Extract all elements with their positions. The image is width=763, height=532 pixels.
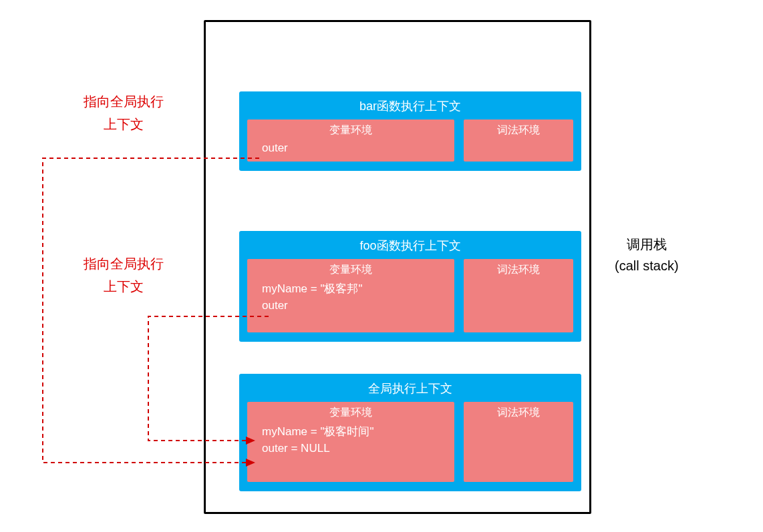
context-global: 全局执行上下文 变量环境 myName = "极客时间" outer = NUL… [239, 374, 581, 491]
bar-var-env-label: 变量环境 [247, 119, 454, 140]
context-global-title: 全局执行上下文 [239, 374, 581, 402]
annotation-top-line1: 指向全局执行 [84, 90, 164, 113]
global-lex-env-label: 词法环境 [464, 402, 573, 424]
call-stack-label: 调用栈 (call stack) [615, 234, 679, 276]
context-bar: bar函数执行上下文 变量环境 outer 词法环境 [239, 91, 581, 171]
bar-var-outer: outer [247, 140, 454, 156]
annotation-top: 指向全局执行 上下文 [84, 90, 164, 136]
foo-lex-env: 词法环境 [464, 259, 573, 332]
foo-var-env: 变量环境 myName = "极客邦" outer [247, 259, 454, 332]
bar-var-env: 变量环境 outer [247, 119, 454, 162]
global-lex-env: 词法环境 [464, 402, 573, 482]
context-bar-envs: 变量环境 outer 词法环境 [239, 119, 581, 171]
global-var-myname: myName = "极客时间" [247, 423, 454, 441]
bar-lex-env: 词法环境 [464, 119, 573, 162]
global-var-outer: outer = NULL [247, 441, 454, 457]
annotation-mid-line2: 上下文 [84, 275, 164, 298]
global-var-env: 变量环境 myName = "极客时间" outer = NULL [247, 402, 454, 482]
annotation-mid: 指向全局执行 上下文 [84, 252, 164, 298]
global-var-env-label: 变量环境 [247, 402, 454, 423]
foo-var-outer: outer [247, 298, 454, 314]
annotation-mid-line1: 指向全局执行 [84, 252, 164, 275]
foo-lex-env-label: 词法环境 [464, 259, 573, 281]
context-foo: foo函数执行上下文 变量环境 myName = "极客邦" outer 词法环… [239, 231, 581, 342]
call-stack-label-line2: (call stack) [615, 255, 679, 276]
context-foo-envs: 变量环境 myName = "极客邦" outer 词法环境 [239, 259, 581, 342]
foo-var-env-label: 变量环境 [247, 259, 454, 280]
foo-var-myname: myName = "极客邦" [247, 280, 454, 298]
context-bar-title: bar函数执行上下文 [239, 91, 581, 119]
context-global-envs: 变量环境 myName = "极客时间" outer = NULL 词法环境 [239, 402, 581, 491]
annotation-top-line2: 上下文 [84, 113, 164, 136]
bar-lex-env-label: 词法环境 [464, 119, 573, 142]
context-foo-title: foo函数执行上下文 [239, 231, 581, 259]
call-stack-label-line1: 调用栈 [615, 234, 679, 255]
